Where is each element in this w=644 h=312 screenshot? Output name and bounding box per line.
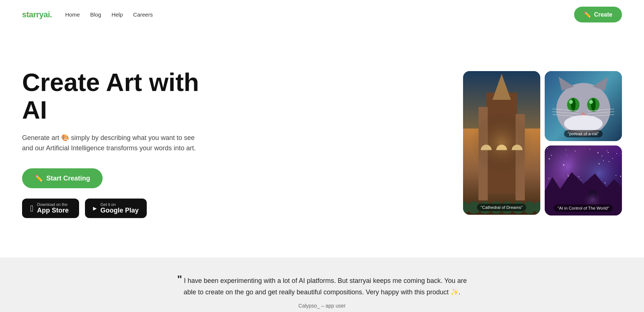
app-store-text: Download on the App Store	[37, 202, 69, 214]
navbar: starryai. Home Blog Help Careers ✏️ Crea…	[0, 0, 644, 29]
hero-description: Generate art 🎨 simply by describing what…	[22, 133, 199, 154]
google-play-sub: Get it on	[100, 202, 139, 207]
testimonial-text: I have been experimenting with a lot of …	[184, 277, 467, 296]
google-play-main: Google Play	[100, 207, 139, 214]
start-creating-label: Start Creating	[46, 175, 90, 182]
logo-dot: .	[50, 10, 52, 19]
nav-help[interactable]: Help	[111, 11, 123, 18]
app-store-button[interactable]:  Download on the App Store	[22, 199, 79, 218]
space-caption: "AI in Control of The World"	[554, 204, 613, 212]
start-pencil-icon: ✏️	[35, 174, 43, 182]
nav-links: Home Blog Help Careers	[65, 11, 153, 18]
nav-home[interactable]: Home	[65, 11, 80, 18]
google-play-text: Get it on Google Play	[100, 202, 139, 214]
art-card-space: "AI in Control of The World"	[545, 146, 622, 215]
open-quote: "	[177, 273, 182, 285]
nav-blog[interactable]: Blog	[90, 11, 101, 18]
testimonial-section: " I have been experimenting with a lot o…	[0, 257, 644, 312]
cathedral-caption: "Cathedral of Dreams"	[477, 204, 526, 211]
create-button-label: Create	[594, 11, 612, 18]
testimonial-quote: " I have been experimenting with a lot o…	[171, 275, 473, 298]
app-store-main: App Store	[37, 207, 69, 214]
nav-left: starryai. Home Blog Help Careers	[22, 10, 153, 20]
logo-text: starryai	[22, 10, 50, 19]
play-icon: ▶	[93, 206, 97, 211]
pencil-icon: ✏️	[584, 11, 591, 18]
app-store-sub: Download on the	[37, 202, 69, 207]
hero-section: Create Art with AI Generate art 🎨 simply…	[0, 29, 644, 257]
google-play-button[interactable]: ▶ Get it on Google Play	[85, 199, 147, 218]
apple-icon: 	[30, 204, 33, 213]
art-card-cat: "portrait of a cat"	[545, 71, 622, 141]
hero-left: Create Art with AI Generate art 🎨 simply…	[22, 69, 228, 218]
cathedral-canvas	[463, 71, 540, 215]
create-button[interactable]: ✏️ Create	[574, 7, 622, 22]
testimonial-author: Calypso_ – app user	[22, 303, 622, 309]
start-creating-button[interactable]: ✏️ Start Creating	[22, 168, 103, 188]
cat-caption: "portrait of a cat"	[564, 130, 603, 137]
nav-careers[interactable]: Careers	[133, 11, 153, 18]
logo: starryai.	[22, 10, 52, 20]
hero-headline: Create Art with AI	[22, 69, 228, 124]
store-buttons:  Download on the App Store ▶ Get it on …	[22, 199, 228, 218]
art-cards-grid: "Cathedral of Dreams" "portrait of a cat…	[463, 71, 622, 215]
art-card-cathedral: "Cathedral of Dreams"	[463, 71, 540, 215]
